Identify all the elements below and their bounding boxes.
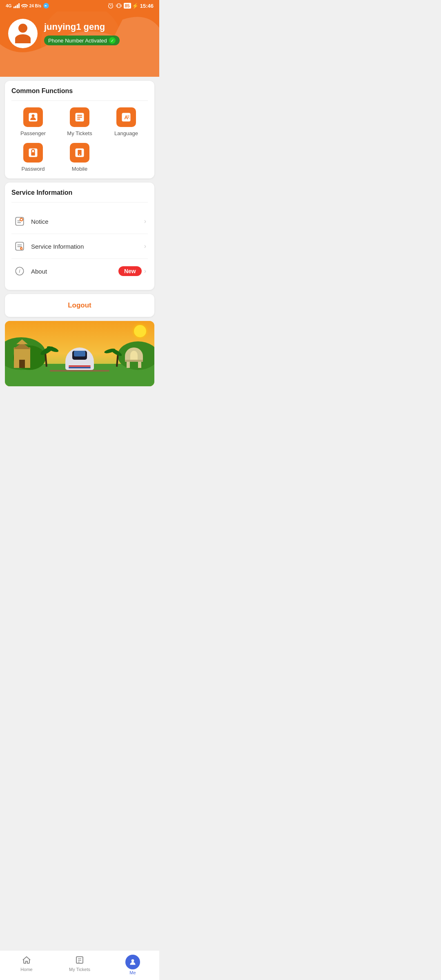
logout-label: Logout: [68, 301, 91, 309]
service-info-chevron: ›: [144, 243, 146, 250]
function-my-tickets[interactable]: My Tickets: [58, 107, 101, 136]
language-icon: A 文: [120, 111, 132, 123]
my-tickets-icon-box: [70, 107, 89, 127]
notice-label: Notice: [31, 218, 144, 225]
notice-chevron: ›: [144, 218, 146, 225]
service-info-svg: [14, 241, 25, 252]
passenger-icon: [27, 111, 39, 123]
service-divider: [11, 202, 148, 203]
wifi-icon: [21, 3, 28, 8]
svg-text:文: 文: [127, 115, 130, 119]
svg-point-32: [20, 247, 23, 250]
service-info-label: Service Information: [31, 243, 144, 250]
battery-level: 85: [124, 3, 131, 9]
lcr-banner[interactable]: LCR Laos-China Railway: [5, 321, 154, 386]
mobile-label: Mobile: [72, 166, 87, 172]
temple-left: [14, 347, 30, 368]
my-tickets-icon: [74, 111, 85, 123]
notice-icon: [13, 215, 26, 228]
svg-rect-20: [31, 152, 35, 156]
phone-badge: Phone Number Activated ✓: [44, 36, 120, 45]
train-track: [50, 370, 109, 372]
password-label: Password: [21, 166, 45, 172]
status-right: 85 ⚡ 15:46: [107, 2, 154, 9]
function-passenger[interactable]: Passenger: [11, 107, 55, 136]
battery-container: 85 ⚡: [124, 3, 138, 9]
common-functions-title: Common Functions: [11, 87, 148, 95]
svg-line-5: [112, 3, 112, 4]
profile-name: junying1 geng: [44, 22, 120, 32]
verified-icon: ✓: [109, 37, 116, 44]
palm-left: [46, 350, 47, 367]
svg-line-4: [109, 3, 109, 4]
function-mobile[interactable]: Mobile: [58, 143, 101, 172]
passenger-icon-box: [23, 107, 43, 127]
vibrate-icon: [116, 2, 122, 9]
notice-svg: [14, 216, 25, 227]
service-list: Notice › Service Information ›: [11, 209, 148, 283]
svg-rect-6: [117, 4, 120, 7]
palm-right: [116, 352, 118, 367]
divider: [11, 100, 148, 101]
signal-bars: [13, 3, 20, 8]
phone-status-text: Phone Number Activated: [48, 38, 107, 44]
mobile-icon-box: [70, 143, 89, 163]
my-tickets-label: My Tickets: [67, 130, 92, 136]
cloud-icon: [43, 2, 49, 9]
password-icon-box: [23, 143, 43, 163]
banner-sun: [134, 325, 146, 337]
service-notice[interactable]: Notice ›: [11, 209, 148, 234]
function-password[interactable]: Password: [11, 143, 55, 172]
service-info-icon: [13, 240, 26, 253]
data-usage: 24 B/s: [29, 4, 41, 8]
about-svg: i: [14, 266, 25, 276]
svg-point-26: [20, 219, 22, 220]
alarm-icon: [107, 2, 114, 9]
profile-info: junying1 geng Phone Number Activated ✓: [44, 22, 120, 45]
train: [65, 347, 94, 370]
about-icon: i: [13, 265, 26, 278]
new-badge: New: [118, 266, 142, 276]
charging-icon: ⚡: [132, 3, 138, 9]
svg-point-11: [32, 114, 35, 117]
service-about[interactable]: i About New ›: [11, 259, 148, 283]
avatar-head: [18, 24, 27, 33]
svg-text:i: i: [19, 268, 21, 274]
common-functions-card: Common Functions Passenger: [5, 81, 154, 178]
about-chevron: ›: [144, 267, 146, 275]
logout-card[interactable]: Logout: [5, 294, 154, 317]
service-information-card: Service Information Notice ›: [5, 183, 154, 290]
functions-grid: Passenger My Tickets: [11, 107, 148, 172]
time-display: 15:46: [140, 3, 154, 9]
profile-row: junying1 geng Phone Number Activated ✓: [8, 19, 151, 48]
status-bar: 4G 24 B/s 85 ⚡: [0, 0, 159, 11]
status-left: 4G 24 B/s: [6, 2, 49, 9]
mobile-icon: [74, 147, 85, 158]
service-info-item[interactable]: Service Information ›: [11, 234, 148, 259]
service-info-title: Service Information: [11, 189, 148, 196]
avatar: [8, 19, 38, 48]
svg-point-23: [79, 154, 80, 155]
temple-right: [125, 347, 143, 368]
passenger-label: Passenger: [20, 130, 46, 136]
avatar-body: [15, 34, 31, 43]
profile-header: junying1 geng Phone Number Activated ✓: [0, 11, 159, 77]
language-icon-box: A 文: [116, 107, 136, 127]
password-icon: [27, 147, 39, 158]
network-label: 4G: [6, 3, 12, 8]
function-language[interactable]: A 文 Language: [105, 107, 148, 136]
language-label: Language: [114, 130, 138, 136]
about-label: About: [31, 268, 118, 275]
